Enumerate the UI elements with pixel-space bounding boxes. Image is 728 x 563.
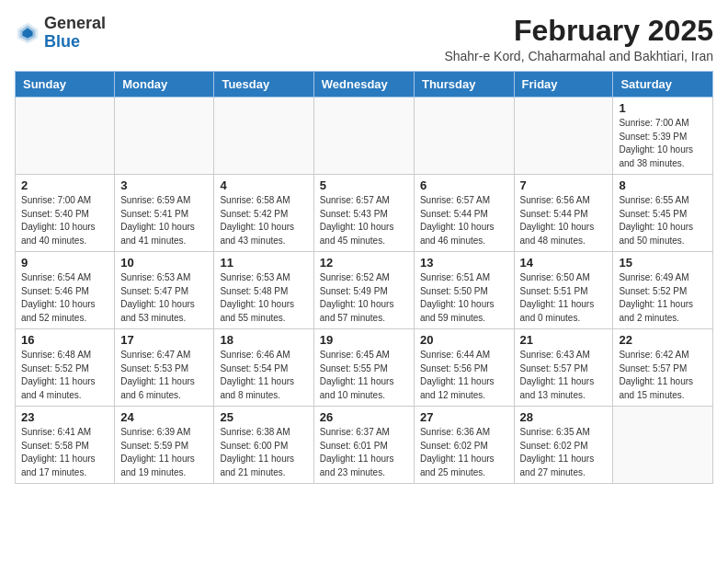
calendar-cell: 6Sunrise: 6:57 AM Sunset: 5:44 PM Daylig…	[414, 175, 514, 252]
day-info: Sunrise: 6:39 AM Sunset: 5:59 PM Dayligh…	[120, 426, 208, 479]
calendar-cell: 12Sunrise: 6:52 AM Sunset: 5:49 PM Dayli…	[313, 252, 414, 329]
day-number: 15	[619, 256, 707, 270]
calendar-table: SundayMondayTuesdayWednesdayThursdayFrid…	[15, 71, 713, 484]
weekday-header: Sunday	[16, 72, 115, 98]
day-number: 26	[320, 410, 408, 424]
calendar-cell	[115, 98, 214, 175]
day-info: Sunrise: 6:44 AM Sunset: 5:56 PM Dayligh…	[420, 349, 508, 402]
weekday-header: Tuesday	[214, 72, 313, 98]
day-number: 25	[220, 410, 307, 424]
day-info: Sunrise: 6:51 AM Sunset: 5:50 PM Dayligh…	[420, 271, 508, 325]
calendar-cell: 15Sunrise: 6:49 AM Sunset: 5:52 PM Dayli…	[613, 252, 713, 329]
day-number: 3	[120, 178, 208, 192]
calendar-cell: 26Sunrise: 6:37 AM Sunset: 6:01 PM Dayli…	[313, 407, 414, 484]
day-number: 12	[320, 256, 408, 270]
day-info: Sunrise: 6:41 AM Sunset: 5:58 PM Dayligh…	[21, 426, 108, 479]
day-number: 16	[21, 333, 108, 347]
day-number: 27	[420, 410, 508, 424]
weekday-header: Wednesday	[313, 72, 414, 98]
calendar-cell	[613, 407, 713, 484]
calendar-cell: 10Sunrise: 6:53 AM Sunset: 5:47 PM Dayli…	[115, 252, 214, 329]
logo-icon	[15, 20, 40, 46]
calendar-cell	[313, 98, 414, 175]
calendar-cell: 25Sunrise: 6:38 AM Sunset: 6:00 PM Dayli…	[214, 407, 313, 484]
day-info: Sunrise: 6:57 AM Sunset: 5:43 PM Dayligh…	[320, 194, 408, 247]
day-number: 24	[120, 410, 208, 424]
day-info: Sunrise: 6:58 AM Sunset: 5:42 PM Dayligh…	[220, 194, 307, 247]
calendar-cell: 24Sunrise: 6:39 AM Sunset: 5:59 PM Dayli…	[115, 407, 214, 484]
calendar-cell: 18Sunrise: 6:46 AM Sunset: 5:54 PM Dayli…	[214, 329, 313, 407]
calendar-cell: 19Sunrise: 6:45 AM Sunset: 5:55 PM Dayli…	[313, 329, 414, 407]
page-header: General Blue February 2025 Shahr-e Kord,…	[15, 15, 713, 63]
calendar-cell: 5Sunrise: 6:57 AM Sunset: 5:43 PM Daylig…	[313, 175, 414, 252]
month-title: February 2025	[444, 15, 713, 47]
location-title: Shahr-e Kord, Chaharmahal and Bakhtiari,…	[444, 49, 713, 63]
calendar-week-row: 16Sunrise: 6:48 AM Sunset: 5:52 PM Dayli…	[16, 329, 713, 407]
day-info: Sunrise: 6:59 AM Sunset: 5:41 PM Dayligh…	[120, 194, 208, 247]
day-info: Sunrise: 6:37 AM Sunset: 6:01 PM Dayligh…	[320, 426, 408, 479]
calendar-cell: 21Sunrise: 6:43 AM Sunset: 5:57 PM Dayli…	[514, 329, 613, 407]
logo-text: General Blue	[44, 15, 106, 52]
day-info: Sunrise: 6:54 AM Sunset: 5:46 PM Dayligh…	[21, 271, 108, 325]
day-number: 14	[520, 256, 608, 270]
day-number: 23	[21, 410, 108, 424]
weekday-header: Saturday	[613, 72, 713, 98]
calendar-cell: 9Sunrise: 6:54 AM Sunset: 5:46 PM Daylig…	[16, 252, 115, 329]
day-number: 11	[220, 256, 307, 270]
day-info: Sunrise: 6:56 AM Sunset: 5:44 PM Dayligh…	[520, 194, 608, 247]
calendar-cell: 8Sunrise: 6:55 AM Sunset: 5:45 PM Daylig…	[613, 175, 713, 252]
title-block: February 2025 Shahr-e Kord, Chaharmahal …	[444, 15, 713, 63]
calendar-cell	[414, 98, 514, 175]
calendar-cell: 17Sunrise: 6:47 AM Sunset: 5:53 PM Dayli…	[115, 329, 214, 407]
calendar-cell: 16Sunrise: 6:48 AM Sunset: 5:52 PM Dayli…	[16, 329, 115, 407]
day-info: Sunrise: 6:47 AM Sunset: 5:53 PM Dayligh…	[120, 349, 208, 402]
day-info: Sunrise: 6:36 AM Sunset: 6:02 PM Dayligh…	[420, 426, 508, 479]
calendar-cell: 1Sunrise: 7:00 AM Sunset: 5:39 PM Daylig…	[613, 98, 713, 175]
day-number: 21	[520, 333, 608, 347]
day-info: Sunrise: 6:53 AM Sunset: 5:47 PM Dayligh…	[120, 271, 208, 325]
day-number: 5	[320, 178, 408, 192]
day-number: 22	[619, 333, 707, 347]
day-info: Sunrise: 6:48 AM Sunset: 5:52 PM Dayligh…	[21, 349, 108, 402]
calendar-cell: 20Sunrise: 6:44 AM Sunset: 5:56 PM Dayli…	[414, 329, 514, 407]
calendar-week-row: 9Sunrise: 6:54 AM Sunset: 5:46 PM Daylig…	[16, 252, 713, 329]
day-info: Sunrise: 6:38 AM Sunset: 6:00 PM Dayligh…	[220, 426, 307, 479]
calendar-cell: 13Sunrise: 6:51 AM Sunset: 5:50 PM Dayli…	[414, 252, 514, 329]
calendar-cell	[214, 98, 313, 175]
calendar-cell: 2Sunrise: 7:00 AM Sunset: 5:40 PM Daylig…	[16, 175, 115, 252]
calendar-cell: 27Sunrise: 6:36 AM Sunset: 6:02 PM Dayli…	[414, 407, 514, 484]
day-number: 4	[220, 178, 307, 192]
weekday-header: Monday	[115, 72, 214, 98]
day-info: Sunrise: 6:46 AM Sunset: 5:54 PM Dayligh…	[220, 349, 307, 402]
day-number: 7	[520, 178, 608, 192]
day-info: Sunrise: 6:55 AM Sunset: 5:45 PM Dayligh…	[619, 194, 707, 247]
day-number: 17	[120, 333, 208, 347]
day-info: Sunrise: 6:50 AM Sunset: 5:51 PM Dayligh…	[520, 271, 608, 325]
day-number: 8	[619, 178, 707, 192]
day-number: 20	[420, 333, 508, 347]
calendar-header-row: SundayMondayTuesdayWednesdayThursdayFrid…	[16, 72, 713, 98]
calendar-week-row: 2Sunrise: 7:00 AM Sunset: 5:40 PM Daylig…	[16, 175, 713, 252]
day-number: 10	[120, 256, 208, 270]
day-number: 19	[320, 333, 408, 347]
calendar-cell: 11Sunrise: 6:53 AM Sunset: 5:48 PM Dayli…	[214, 252, 313, 329]
day-number: 9	[21, 256, 108, 270]
day-info: Sunrise: 7:00 AM Sunset: 5:40 PM Dayligh…	[21, 194, 108, 247]
calendar-week-row: 23Sunrise: 6:41 AM Sunset: 5:58 PM Dayli…	[16, 407, 713, 484]
day-number: 18	[220, 333, 307, 347]
day-info: Sunrise: 6:45 AM Sunset: 5:55 PM Dayligh…	[320, 349, 408, 402]
day-info: Sunrise: 6:35 AM Sunset: 6:02 PM Dayligh…	[520, 426, 608, 479]
calendar-cell: 23Sunrise: 6:41 AM Sunset: 5:58 PM Dayli…	[16, 407, 115, 484]
day-info: Sunrise: 6:57 AM Sunset: 5:44 PM Dayligh…	[420, 194, 508, 247]
calendar-cell: 14Sunrise: 6:50 AM Sunset: 5:51 PM Dayli…	[514, 252, 613, 329]
calendar-cell: 7Sunrise: 6:56 AM Sunset: 5:44 PM Daylig…	[514, 175, 613, 252]
day-number: 13	[420, 256, 508, 270]
day-number: 28	[520, 410, 608, 424]
logo: General Blue	[15, 15, 106, 52]
day-number: 6	[420, 178, 508, 192]
calendar-cell	[16, 98, 115, 175]
day-info: Sunrise: 6:49 AM Sunset: 5:52 PM Dayligh…	[619, 271, 707, 325]
day-info: Sunrise: 6:53 AM Sunset: 5:48 PM Dayligh…	[220, 271, 307, 325]
day-info: Sunrise: 6:43 AM Sunset: 5:57 PM Dayligh…	[520, 349, 608, 402]
calendar-week-row: 1Sunrise: 7:00 AM Sunset: 5:39 PM Daylig…	[16, 98, 713, 175]
